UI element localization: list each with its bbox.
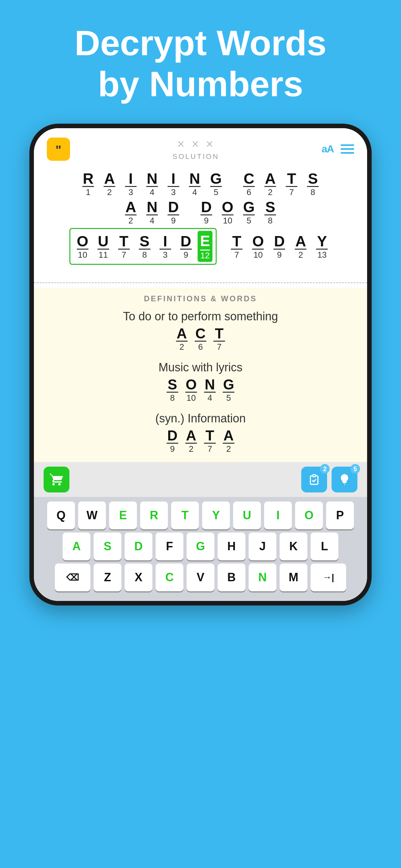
letter-cell: I3 [164, 171, 183, 196]
letter-cell: D9 [197, 199, 216, 225]
letter-cell: U11 [94, 234, 113, 259]
definition-block-2: Music with lyrics S8 O10 N4 G5 [43, 361, 358, 402]
key-W[interactable]: W [78, 501, 106, 529]
key-J[interactable]: J [249, 532, 276, 560]
letter-cell: S8 [260, 199, 280, 225]
key-M[interactable]: M [280, 563, 307, 591]
key-A[interactable]: A [63, 532, 90, 560]
key-backspace[interactable]: ⌫ [55, 563, 90, 591]
header-right: aA [321, 143, 354, 155]
key-V[interactable]: V [187, 563, 214, 591]
keyboard-row-3: ⌫ Z X C V B N M →| [37, 563, 364, 591]
key-N[interactable]: N [249, 563, 276, 591]
cart-button[interactable] [43, 467, 69, 492]
letter-cell: N4 [185, 171, 204, 196]
letter-cell: S8 [135, 234, 154, 259]
def-word-3: D9 A2 T7 A2 [43, 429, 358, 453]
right-buttons: 2 5 [301, 467, 358, 492]
letter-cell: T7 [282, 171, 301, 196]
key-D[interactable]: D [125, 532, 152, 560]
logo: " [47, 137, 70, 161]
keyboard-row-1: Q W E R T Y U I O P [37, 501, 364, 529]
definitions-title: DEFINITIONS & WORDS [43, 294, 358, 303]
key-L[interactable]: L [311, 532, 338, 560]
letter-cell: R1 [79, 171, 98, 196]
checklist-badge: 2 [320, 464, 330, 474]
letter-cell: A2 [291, 234, 310, 259]
solution-header: ××× SOLUTION [173, 137, 219, 161]
definition-text-3: (syn.) Information [43, 412, 358, 425]
letter-cell: N4 [143, 171, 162, 196]
solution-label: SOLUTION [173, 152, 219, 161]
key-Z[interactable]: Z [94, 563, 121, 591]
key-Y[interactable]: Y [202, 501, 230, 529]
letter-cell: I3 [156, 234, 175, 259]
definition-block-1: To do or to perform something A2 C6 T7 [43, 310, 358, 351]
letter-cell: D9 [270, 234, 289, 259]
def-word-1: A2 C6 T7 [43, 327, 358, 351]
key-P[interactable]: P [326, 501, 354, 529]
phone-container: " ××× SOLUTION aA R1 A2 I3 N4 I3 N4 G5 [29, 124, 372, 606]
letter-cell: A2 [121, 199, 141, 225]
key-B[interactable]: B [218, 563, 245, 591]
letter-cell: A2 [100, 171, 119, 196]
key-I[interactable]: I [264, 501, 292, 529]
letter-cell: I3 [121, 171, 141, 196]
letter-cell: O10 [248, 234, 268, 259]
letter-cell: Y13 [312, 234, 332, 259]
page-title: Decrypt Words by Numbers [55, 23, 346, 104]
checklist-button[interactable]: 2 [301, 467, 327, 492]
bottom-bar: 2 5 [34, 462, 367, 497]
puzzle-area: R1 A2 I3 N4 I3 N4 G5 C6 A2 T7 S8 A2 N4 D… [34, 165, 367, 278]
key-R[interactable]: R [140, 501, 168, 529]
definition-text-1: To do or to perform something [43, 310, 358, 323]
key-G[interactable]: G [187, 532, 214, 560]
lightbulb-button[interactable]: 5 [332, 467, 358, 492]
key-K[interactable]: K [280, 532, 307, 560]
def-word-2: S8 O10 N4 G5 [43, 377, 358, 402]
outlined-word[interactable]: O10 U11 T7 S8 I3 D9 E12 [69, 228, 217, 265]
xxx-marks: ××× [177, 137, 214, 151]
puzzle-line-2: A2 N4 D9 D9 O10 G5 S8 [43, 199, 358, 225]
letter-cell: D9 [176, 234, 196, 259]
definition-block-3: (syn.) Information D9 A2 T7 A2 [43, 412, 358, 453]
puzzle-line-1: R1 A2 I3 N4 I3 N4 G5 C6 A2 T7 S8 [43, 171, 358, 196]
letter-cell: D9 [164, 199, 183, 225]
key-T[interactable]: T [171, 501, 199, 529]
letter-cell: O10 [218, 199, 237, 225]
letter-cell: S8 [303, 171, 322, 196]
letter-cell: A2 [260, 171, 280, 196]
hamburger-menu[interactable] [341, 144, 354, 154]
definition-text-2: Music with lyrics [43, 361, 358, 374]
key-O[interactable]: O [295, 501, 323, 529]
puzzle-line-3: O10 U11 T7 S8 I3 D9 E12 T7 O10 D9 A2 Y13 [43, 228, 358, 265]
font-size-button[interactable]: aA [321, 143, 334, 155]
letter-cell: O10 [73, 234, 92, 259]
dashed-divider [34, 282, 367, 283]
letter-cell: N4 [143, 199, 162, 225]
key-S[interactable]: S [94, 532, 121, 560]
key-enter[interactable]: →| [311, 563, 346, 591]
keyboard-row-2: A S D F G H J K L [37, 532, 364, 560]
letter-cell: T7 [227, 234, 246, 259]
key-X[interactable]: X [125, 563, 152, 591]
svg-text:": " [56, 144, 61, 157]
key-U[interactable]: U [233, 501, 261, 529]
key-H[interactable]: H [218, 532, 245, 560]
keyboard: Q W E R T Y U I O P A S D F G H J K L ⌫ … [34, 497, 367, 601]
key-F[interactable]: F [156, 532, 183, 560]
letter-cell: T7 [114, 234, 134, 259]
key-Q[interactable]: Q [47, 501, 75, 529]
lightbulb-badge: 5 [350, 464, 360, 474]
letter-cell: G5 [239, 199, 258, 225]
key-C[interactable]: C [156, 563, 183, 591]
letter-cell: C6 [239, 171, 258, 196]
app-header: " ××× SOLUTION aA [34, 128, 367, 165]
definitions-area: DEFINITIONS & WORDS To do or to perform … [34, 288, 367, 462]
highlighted-cell[interactable]: E12 [197, 231, 213, 262]
key-E[interactable]: E [109, 501, 137, 529]
letter-cell: G5 [206, 171, 226, 196]
